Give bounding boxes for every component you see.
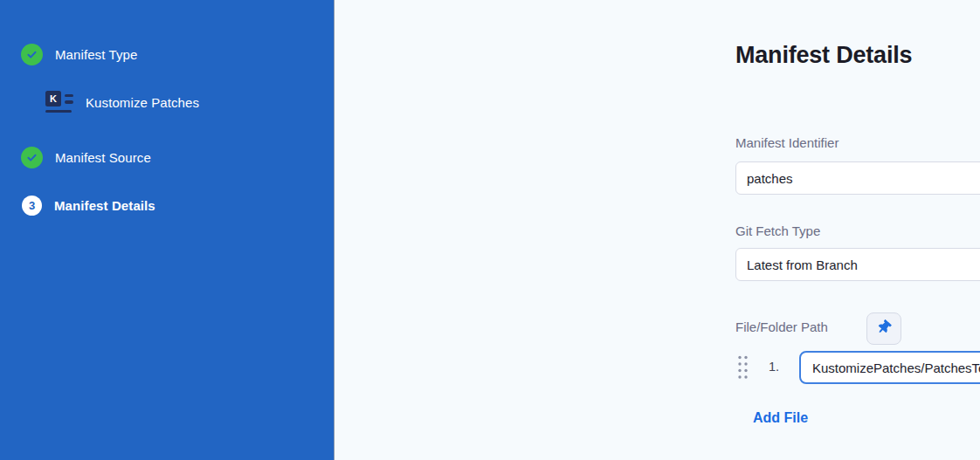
step-label-manifest-source: Manifest Source <box>55 150 151 165</box>
add-file-button[interactable]: Add File <box>753 410 808 426</box>
step-complete-check-icon <box>21 44 43 65</box>
sidebar-step-manifest-source[interactable]: Manifest Source <box>21 147 151 168</box>
pin-icon <box>877 320 891 338</box>
sidebar-substep-kustomize-patches[interactable]: K Kustomize Patches <box>45 91 199 113</box>
page-title: Manifest Details <box>735 42 912 69</box>
git-fetch-type-value: Latest from Branch <box>747 257 858 272</box>
manifest-details-panel: Manifest Details Manifest Identifier pat… <box>335 0 980 460</box>
sidebar-step-manifest-details[interactable]: 3 Manifest Details <box>22 196 155 216</box>
manifest-identifier-input[interactable]: patches <box>735 161 980 195</box>
step-complete-check-icon <box>21 147 43 168</box>
git-fetch-type-label: Git Fetch Type <box>735 223 820 238</box>
step-number-badge: 3 <box>22 196 42 216</box>
kustomize-icon: K <box>45 91 73 113</box>
drag-handle[interactable] <box>737 354 749 381</box>
path-row-index: 1. <box>769 360 779 374</box>
path-value-before-caret: KustomizePatches/PatchesTest <box>812 360 980 375</box>
step-label-manifest-details: Manifest Details <box>54 198 155 213</box>
wizard-steps-sidebar: Manifest Type K Kustomize Patches Manife… <box>0 0 335 460</box>
file-folder-path-label: File/Folder Path <box>735 319 828 334</box>
manifest-identifier-label: Manifest Identifier <box>735 135 839 150</box>
manifest-wizard: Manifest Type K Kustomize Patches Manife… <box>0 0 980 460</box>
manifest-identifier-value: patches <box>747 171 793 186</box>
runtime-input-pin-button[interactable] <box>866 312 901 345</box>
step-label-manifest-type: Manifest Type <box>55 47 137 62</box>
sidebar-step-manifest-type[interactable]: Manifest Type <box>21 44 137 65</box>
file-folder-path-input[interactable]: KustomizePatches/PatchesTest/ku <box>799 351 980 384</box>
substep-label-kustomize-patches: Kustomize Patches <box>86 95 199 110</box>
git-fetch-type-select[interactable]: Latest from Branch <box>735 248 980 281</box>
